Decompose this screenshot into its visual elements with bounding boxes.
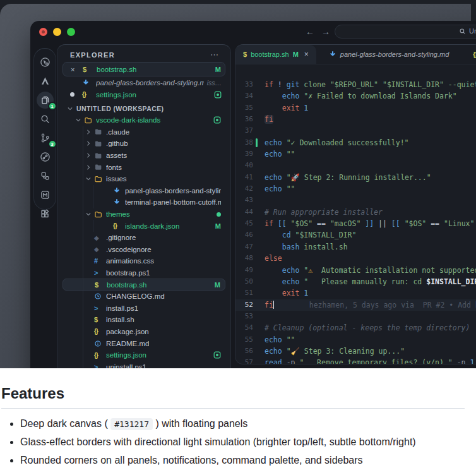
- activity-item-a-logo[interactable]: [37, 73, 54, 90]
- file-icon: $: [243, 51, 247, 58]
- file-icon: [94, 340, 106, 347]
- symbols-icon: [40, 171, 51, 181]
- activity-item-pointer-gear[interactable]: [37, 54, 54, 71]
- activity-item-search[interactable]: [37, 111, 54, 128]
- code-line[interactable]: 57read -p " Remove temporary files? (y/n…: [235, 357, 476, 364]
- tree-item[interactable]: vscode-dark-islands: [62, 114, 225, 126]
- code-line[interactable]: 48else: [235, 253, 476, 264]
- code-line[interactable]: 53: [235, 311, 476, 322]
- workspace-section-header[interactable]: UNTITLED (WORKSPACE): [57, 100, 230, 114]
- code-line[interactable]: 54# Cleanup (optional - keeps the temp d…: [235, 322, 476, 334]
- editor-tab[interactable]: panel-glass-borders-and-styling.md: [321, 45, 456, 64]
- code-line[interactable]: 40: [235, 160, 476, 171]
- code-text: [253, 311, 265, 322]
- code-text: cd "$INSTALL_DIR": [253, 229, 356, 241]
- close-window-button[interactable]: [39, 28, 47, 36]
- tree-item[interactable]: issues: [62, 173, 225, 185]
- activity-item-extensions[interactable]: [37, 205, 54, 222]
- tree-item[interactable]: {}settings.json: [62, 349, 225, 361]
- code-line[interactable]: 39echo "": [235, 148, 476, 160]
- tree-item[interactable]: panel-glass-borders-and-styling.…: [62, 185, 225, 197]
- code-line[interactable]: 56echo "🧹 Step 3: Cleaning up...": [235, 346, 476, 357]
- zoom-window-button[interactable]: [67, 28, 75, 36]
- feature-bullet: Glass-effect borders with directional li…: [20, 436, 465, 448]
- tree-item[interactable]: >install.ps1: [62, 303, 225, 315]
- tree-item[interactable]: themes: [62, 208, 225, 220]
- file-label: README.md: [106, 340, 149, 347]
- tree-item[interactable]: >uninstall.ps1: [62, 361, 225, 368]
- file-label: vscode-dark-islands: [96, 116, 160, 124]
- tree-item[interactable]: terminal-panel-bottom-cutoff.md: [62, 196, 225, 208]
- minimize-window-button[interactable]: [53, 28, 61, 36]
- activity-item-source-control[interactable]: 3: [37, 129, 54, 147]
- readme-features-section: Features Deep dark canvas ( #131217 ) wi…: [0, 368, 476, 475]
- editor-tabbar: $bootstrap.shM×panel-glass-borders-and-s…: [235, 45, 476, 64]
- editor-tab[interactable]: $bootstrap.shM×: [235, 45, 316, 64]
- code-line[interactable]: 34 echo "✗ Failed to download Islands Da…: [235, 90, 476, 102]
- line-number: 41: [235, 172, 253, 183]
- indent-guide: [83, 349, 83, 361]
- inline-code: #131217: [110, 418, 153, 430]
- tree-item[interactable]: .github: [62, 138, 225, 150]
- tree-item[interactable]: {}islands-dark.jsonM: [62, 220, 225, 232]
- close-icon[interactable]: ×: [71, 66, 83, 73]
- file-icon: [84, 116, 96, 124]
- code-line[interactable]: 47 bash install.sh: [235, 241, 476, 253]
- code-line[interactable]: 36fi: [235, 114, 476, 125]
- code-line[interactable]: 52fi hezhamen, 5 days ago via PR #2 • Ad…: [235, 299, 476, 311]
- tree-item[interactable]: {}package.json: [62, 326, 225, 338]
- extensions-icon: [40, 208, 51, 219]
- code-line[interactable]: 42echo "": [235, 183, 476, 195]
- code-line[interactable]: 43: [235, 195, 476, 206]
- tree-item[interactable]: assets: [62, 150, 225, 162]
- editor-tab[interactable]: {}s: [465, 45, 476, 64]
- tree-item[interactable]: .claude: [62, 126, 225, 138]
- tree-item[interactable]: CHANGELOG.md: [62, 291, 225, 303]
- file-label: .claude: [106, 128, 129, 136]
- open-editor-row[interactable]: panel-glass-borders-and-styling.mdiss…: [62, 76, 225, 88]
- command-center-search[interactable]: Un: [335, 25, 476, 39]
- activity-item-timeline[interactable]: [37, 148, 54, 165]
- activity-item-m-box[interactable]: [37, 186, 54, 203]
- tree-item[interactable]: #animations.css: [62, 255, 225, 267]
- line-number: 50: [235, 276, 253, 287]
- line-number: 54: [235, 322, 253, 334]
- code-line[interactable]: 55echo "": [235, 334, 476, 346]
- nav-back-icon[interactable]: ←: [306, 25, 314, 38]
- code-line[interactable]: 46 cd "$INSTALL_DIR": [235, 229, 476, 241]
- code-text: fi hezhamen, 5 days ago via PR #2 • Add …: [253, 299, 476, 311]
- nav-forward-icon[interactable]: →: [321, 25, 330, 38]
- modified-square-badge: [214, 91, 222, 99]
- activity-item-symbols[interactable]: [37, 167, 54, 184]
- tree-item[interactable]: >bootstrap.ps1: [62, 267, 225, 279]
- tree-item[interactable]: $bootstrap.shM: [62, 279, 225, 291]
- tree-item[interactable]: fonts: [62, 161, 225, 173]
- line-number: 37: [235, 125, 253, 136]
- indent-guide: [93, 185, 93, 197]
- code-line[interactable]: 35 exit 1: [235, 102, 476, 114]
- file-icon: [82, 79, 94, 87]
- tree-item[interactable]: ◆.vscodeignore: [62, 244, 225, 256]
- file-icon: {}: [82, 91, 94, 98]
- open-editor-row[interactable]: {}settings.json: [62, 88, 225, 100]
- code-line[interactable]: 50 echo " Please manually run: cd $INSTA…: [235, 276, 476, 287]
- code-line[interactable]: 38echo "✓ Downloaded successfully!": [235, 137, 476, 148]
- tree-item[interactable]: $install.sh: [62, 314, 225, 326]
- tree-item[interactable]: README.md: [62, 337, 225, 349]
- more-actions-icon[interactable]: ⋯: [210, 52, 219, 57]
- close-icon[interactable]: ×: [304, 50, 309, 59]
- line-number: 34: [235, 90, 253, 102]
- code-line[interactable]: 44# Run appropriate installer: [235, 207, 476, 218]
- file-icon: [113, 187, 125, 195]
- code-line[interactable]: 51 exit 1: [235, 287, 476, 299]
- indent-guide: [83, 220, 83, 232]
- open-editor-row[interactable]: ×$bootstrap.shM: [62, 62, 225, 76]
- code-line[interactable]: 49 echo "⚠ Automatic installation not su…: [235, 265, 476, 276]
- code-line[interactable]: 33if ! git clone "$REPO_URL" "$INSTALL_D…: [235, 79, 476, 90]
- code-editor[interactable]: 33if ! git clone "$REPO_URL" "$INSTALL_D…: [235, 64, 476, 364]
- tree-item[interactable]: ◆.gitignore: [62, 232, 225, 244]
- code-line[interactable]: 41echo "🚀 Step 2: Running installer...": [235, 172, 476, 183]
- code-line[interactable]: 37: [235, 125, 476, 136]
- code-line[interactable]: 45if [[ "$OS" == "macOS" ]] || [[ "$OS" …: [235, 218, 476, 229]
- activity-item-files[interactable]: 1: [37, 92, 54, 109]
